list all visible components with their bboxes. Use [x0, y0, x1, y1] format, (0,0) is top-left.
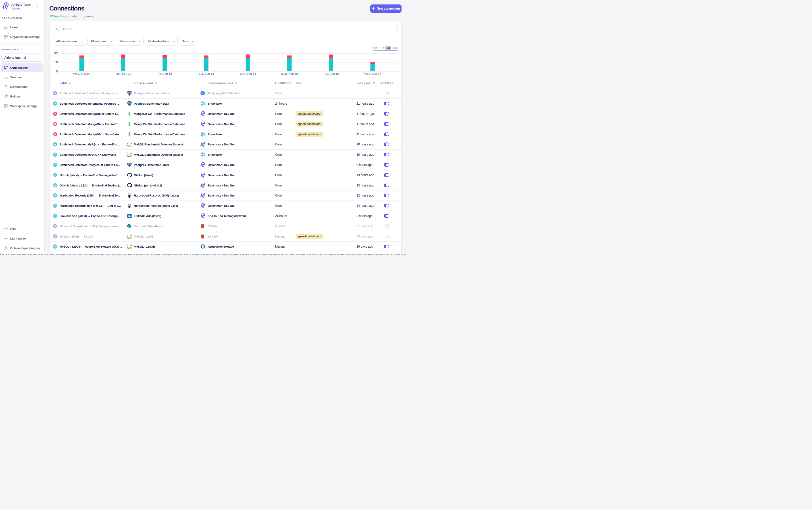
- svg-text:0: 0: [56, 70, 58, 73]
- svg-text:32: 32: [54, 52, 58, 55]
- svg-text:16: 16: [54, 61, 58, 64]
